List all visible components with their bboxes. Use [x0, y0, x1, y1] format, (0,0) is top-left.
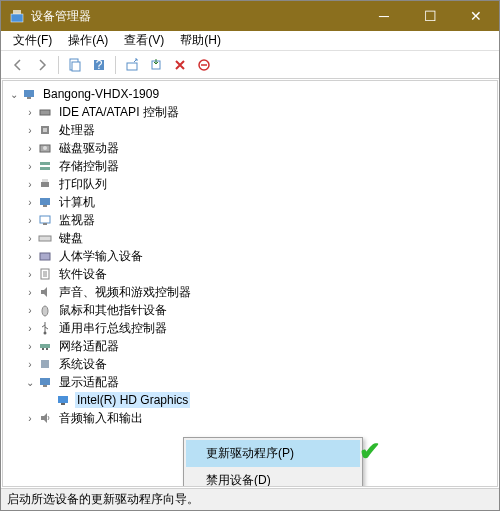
expand-icon[interactable]: ›	[23, 357, 37, 371]
menu-file[interactable]: 文件(F)	[5, 30, 60, 51]
hid-icon	[37, 248, 53, 264]
expand-icon[interactable]: ›	[23, 159, 37, 173]
expand-icon[interactable]: ›	[23, 285, 37, 299]
tree-item-label: 软件设备	[57, 265, 109, 284]
ctx-update-driver[interactable]: 更新驱动程序(P)	[186, 440, 360, 467]
expand-icon[interactable]: ›	[23, 177, 37, 191]
ide-icon	[37, 104, 53, 120]
device-tree[interactable]: ⌄Bangong-VHDX-1909›IDE ATA/ATAPI 控制器›处理器…	[2, 80, 498, 487]
tree-item-label: 鼠标和其他指针设备	[57, 301, 169, 320]
svg-rect-35	[58, 396, 68, 403]
svg-rect-17	[40, 167, 50, 170]
menu-action[interactable]: 操作(A)	[60, 30, 116, 51]
svg-point-27	[42, 306, 48, 316]
system-icon	[37, 356, 53, 372]
svg-rect-36	[61, 403, 65, 405]
tree-category[interactable]: ›处理器	[5, 121, 495, 139]
expand-icon[interactable]: ›	[23, 231, 37, 245]
disk-icon	[37, 140, 53, 156]
collapse-icon[interactable]: ⌄	[23, 375, 37, 389]
tree-category[interactable]: ›磁盘驱动器	[5, 139, 495, 157]
tree-item-label: Bangong-VHDX-1909	[41, 86, 161, 102]
svg-rect-10	[27, 97, 31, 99]
svg-rect-33	[40, 378, 50, 385]
disable-icon[interactable]	[169, 54, 191, 76]
sound-icon	[37, 284, 53, 300]
window-controls: ─ ☐ ✕	[361, 1, 499, 31]
maximize-button[interactable]: ☐	[407, 1, 453, 31]
tree-root[interactable]: ⌄Bangong-VHDX-1909	[5, 85, 495, 103]
scan-icon[interactable]	[121, 54, 143, 76]
svg-rect-1	[13, 10, 21, 14]
expand-icon[interactable]: ›	[23, 339, 37, 353]
svg-rect-23	[43, 223, 47, 225]
check-annotation-icon: ✔	[359, 436, 381, 467]
tree-category[interactable]: ›存储控制器	[5, 157, 495, 175]
update-icon[interactable]	[145, 54, 167, 76]
nav-back-icon[interactable]	[7, 54, 29, 76]
gpu-icon	[55, 392, 71, 408]
tree-category[interactable]: ›音频输入和输出	[5, 409, 495, 427]
expand-icon[interactable]: ›	[23, 213, 37, 227]
svg-point-15	[43, 146, 47, 150]
svg-rect-3	[72, 62, 80, 71]
expand-icon[interactable]: ›	[23, 303, 37, 317]
tree-category[interactable]: ›打印队列	[5, 175, 495, 193]
tree-category[interactable]: ›IDE ATA/ATAPI 控制器	[5, 103, 495, 121]
tree-category[interactable]: ›鼠标和其他指针设备	[5, 301, 495, 319]
expand-icon[interactable]: ›	[23, 249, 37, 263]
svg-rect-29	[40, 344, 50, 348]
minimize-button[interactable]: ─	[361, 1, 407, 31]
properties-icon[interactable]	[64, 54, 86, 76]
tree-item-label: 音频输入和输出	[57, 409, 145, 428]
tree-item-label: Intel(R) HD Graphics	[75, 392, 190, 408]
tree-item-label: 磁盘驱动器	[57, 139, 121, 158]
tree-category[interactable]: ›通用串行总线控制器	[5, 319, 495, 337]
svg-rect-31	[46, 348, 48, 350]
cpu-icon	[37, 122, 53, 138]
svg-rect-19	[42, 179, 48, 182]
separator	[115, 56, 116, 74]
tree-category[interactable]: ›键盘	[5, 229, 495, 247]
tree-category[interactable]: ›监视器	[5, 211, 495, 229]
print-icon	[37, 176, 53, 192]
tree-category[interactable]: ›声音、视频和游戏控制器	[5, 283, 495, 301]
separator	[58, 56, 59, 74]
tree-leaf[interactable]: Intel(R) HD Graphics	[5, 391, 495, 409]
statusbar: 启动所选设备的更新驱动程序向导。	[1, 488, 499, 510]
menu-help[interactable]: 帮助(H)	[172, 30, 229, 51]
nav-forward-icon[interactable]	[31, 54, 53, 76]
expand-icon[interactable]: ›	[23, 141, 37, 155]
tree-category[interactable]: ›人体学输入设备	[5, 247, 495, 265]
menu-view[interactable]: 查看(V)	[116, 30, 172, 51]
svg-rect-9	[24, 90, 34, 97]
expand-icon[interactable]: ›	[23, 321, 37, 335]
expand-icon[interactable]: ›	[23, 195, 37, 209]
expand-icon[interactable]: ›	[23, 411, 37, 425]
tree-category[interactable]: ›计算机	[5, 193, 495, 211]
tree-category[interactable]: ›软件设备	[5, 265, 495, 283]
mouse-icon	[37, 302, 53, 318]
collapse-icon[interactable]: ⌄	[7, 87, 21, 101]
svg-rect-34	[43, 385, 47, 387]
close-button[interactable]: ✕	[453, 1, 499, 31]
computer-icon	[37, 194, 53, 210]
context-menu: 更新驱动程序(P) 禁用设备(D) 卸载设备(U) 扫描检测硬件改动(A) 属性…	[183, 437, 363, 487]
status-text: 启动所选设备的更新驱动程序向导。	[7, 491, 199, 508]
help-icon[interactable]: ?	[88, 54, 110, 76]
ctx-disable-device[interactable]: 禁用设备(D)	[186, 467, 360, 487]
expand-icon[interactable]: ›	[23, 267, 37, 281]
tree-category[interactable]: ⌄显示适配器	[5, 373, 495, 391]
tree-category[interactable]: ›网络适配器	[5, 337, 495, 355]
display-icon	[37, 374, 53, 390]
expand-icon[interactable]: ›	[23, 105, 37, 119]
tree-item-label: 显示适配器	[57, 373, 121, 392]
svg-text:?: ?	[96, 58, 103, 72]
svg-point-28	[44, 332, 47, 335]
expand-icon[interactable]: ›	[23, 123, 37, 137]
audio-icon	[37, 410, 53, 426]
svg-rect-0	[11, 14, 23, 22]
uninstall-icon[interactable]	[193, 54, 215, 76]
tree-item-label: 监视器	[57, 211, 97, 230]
tree-category[interactable]: ›系统设备	[5, 355, 495, 373]
